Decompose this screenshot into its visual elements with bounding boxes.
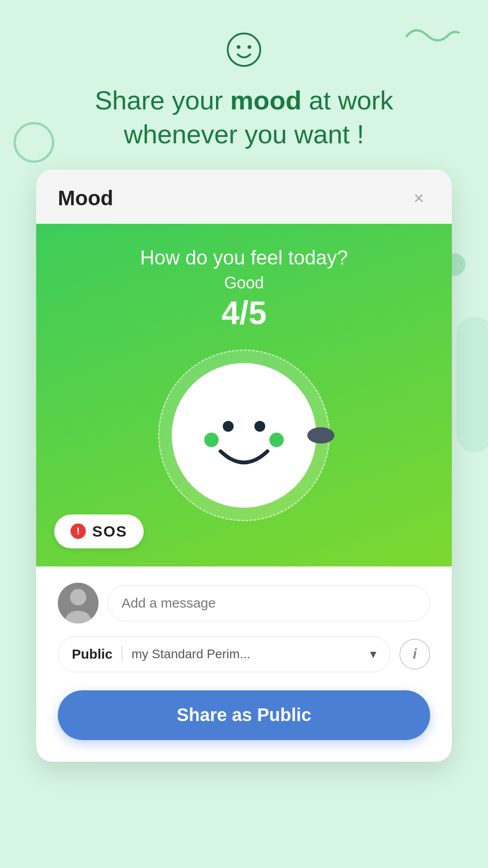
- share-public-button[interactable]: Share as Public: [58, 690, 430, 740]
- mood-drag-handle[interactable]: [305, 424, 337, 447]
- card-header: Mood ×: [36, 170, 452, 224]
- audience-row: Public my Standard Perim... ▾ i: [58, 636, 430, 672]
- svg-point-0: [228, 33, 260, 66]
- audience-selector[interactable]: Public my Standard Perim... ▾: [58, 636, 390, 672]
- message-input[interactable]: [108, 585, 430, 621]
- svg-point-7: [307, 427, 334, 443]
- message-row: [58, 583, 430, 623]
- header-section: Share your mood at work whenever you wan…: [0, 0, 488, 170]
- info-button[interactable]: i: [399, 639, 430, 670]
- mood-dial[interactable]: [158, 349, 330, 521]
- close-button[interactable]: ×: [408, 187, 430, 209]
- mood-rating-value: 4/5: [221, 294, 267, 331]
- bg-rect-decoration: [456, 316, 488, 452]
- header-title: Share your mood at work whenever you wan…: [0, 83, 488, 151]
- sos-label: SOS: [92, 523, 127, 540]
- sos-icon: !: [70, 524, 86, 539]
- mood-card: Mood × How do you feel today? Good 4/5: [36, 170, 452, 762]
- svg-point-5: [204, 433, 219, 447]
- audience-public-label: Public: [72, 646, 113, 662]
- mood-question: How do you feel today?: [140, 246, 348, 269]
- svg-point-2: [248, 45, 251, 49]
- audience-divider: [122, 646, 122, 662]
- svg-point-4: [254, 421, 265, 432]
- chevron-down-icon: ▾: [370, 646, 376, 661]
- card-title: Mood: [58, 186, 113, 210]
- svg-point-1: [237, 45, 240, 49]
- mood-rating-label: Good: [224, 274, 264, 292]
- info-icon: i: [413, 646, 417, 662]
- sos-button[interactable]: ! SOS: [54, 514, 144, 548]
- mood-area: How do you feel today? Good 4/5: [36, 224, 452, 566]
- mood-face: [172, 363, 316, 508]
- svg-point-9: [70, 589, 86, 605]
- card-bottom: Public my Standard Perim... ▾ i Share as…: [36, 566, 452, 762]
- avatar: [58, 583, 99, 623]
- audience-scope-label: my Standard Perim...: [131, 647, 370, 661]
- header-smiley-icon: [226, 32, 262, 83]
- svg-point-3: [223, 421, 234, 432]
- svg-point-6: [269, 433, 284, 447]
- share-button-label: Share as Public: [177, 705, 311, 725]
